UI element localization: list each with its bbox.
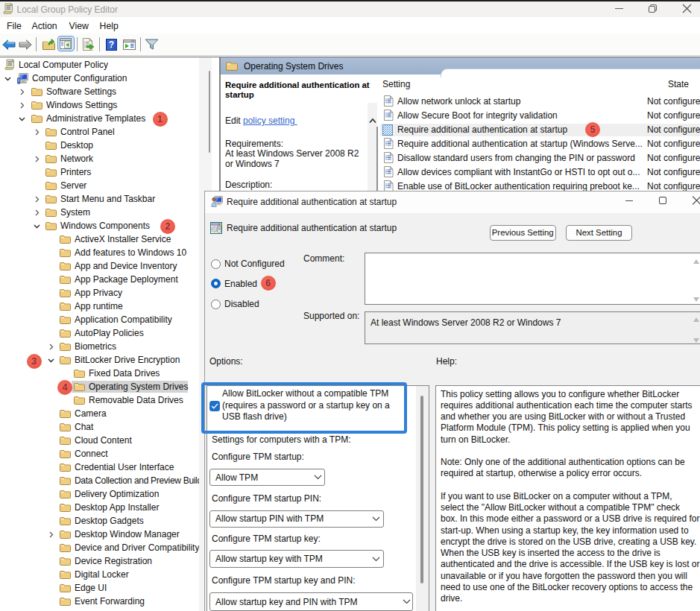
svg-text:?: ? — [108, 39, 113, 50]
